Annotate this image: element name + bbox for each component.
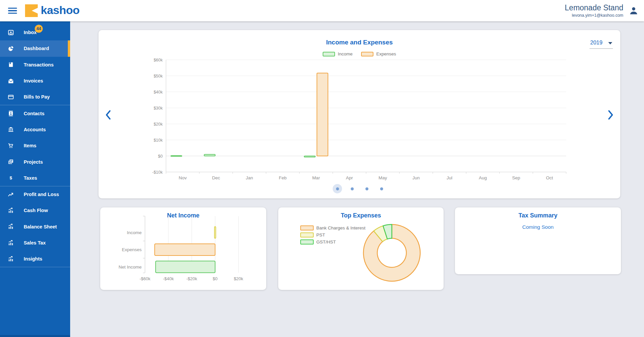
sidebar-item-label: Items	[24, 143, 36, 148]
dropdown-arrow-icon	[608, 42, 612, 44]
svg-text:$20k: $20k	[234, 276, 244, 281]
sidebar-nav: Inbox44DashboardTransactionsInvoicesBill…	[0, 21, 70, 337]
expenses-bar-mar[interactable]	[317, 73, 328, 156]
contacts-icon	[7, 110, 14, 117]
sidebar-item-contacts[interactable]: Contacts	[0, 105, 70, 121]
sidebar-item-inbox[interactable]: Inbox44	[0, 24, 70, 40]
sidebar-item-label: Bills to Pay	[24, 94, 50, 100]
legend-row: GST/HST	[300, 239, 365, 244]
kashoo-logo-mark	[25, 4, 38, 17]
income-expenses-card: Income and Expenses 2019 IncomeExpenses …	[99, 30, 620, 198]
sidebar-item-cash-flow[interactable]: Cash Flow	[0, 202, 70, 218]
header-account-area: Lemonade Stand levona.yim+1@kashoo.com	[565, 4, 644, 18]
svg-text:Expenses: Expenses	[122, 247, 142, 252]
legend-row: Bank Charges & Interest	[300, 225, 365, 230]
top-header: kashoo Lemonade Stand levona.yim+1@kasho…	[0, 0, 644, 21]
legend-label: GST/HST	[316, 239, 336, 244]
sidebar-item-label: Insights	[24, 256, 42, 262]
svg-text:Nov: Nov	[179, 175, 187, 180]
expenses-hbar[interactable]	[155, 244, 215, 256]
sidebar-item-projects[interactable]: Projects	[0, 154, 70, 170]
income-hbar[interactable]	[214, 227, 216, 238]
main-content: Income and Expenses 2019 IncomeExpenses …	[70, 21, 644, 337]
sidebar-item-balance-sheet[interactable]: Balance Sheet	[0, 219, 70, 235]
carousel-dot-1[interactable]	[333, 184, 342, 193]
top-expenses-title: Top Expenses	[278, 212, 444, 219]
sidebar-item-taxes[interactable]: $Taxes	[0, 170, 70, 186]
svg-text:Mar: Mar	[312, 175, 320, 180]
carousel-dot-4[interactable]	[377, 184, 386, 193]
accounts-icon	[7, 126, 14, 133]
svg-text:-$20k: -$20k	[186, 276, 197, 281]
dot-icon	[365, 187, 368, 190]
svg-text:$50k: $50k	[154, 74, 163, 78]
income-bar-nov[interactable]	[171, 156, 182, 156]
tax-summary-card: Tax Summary Coming Soon	[455, 207, 621, 274]
sidebar-item-transactions[interactable]: Transactions	[0, 57, 70, 73]
sidebar-item-label: Invoices	[24, 78, 43, 83]
company-name[interactable]: Lemonade Stand	[565, 4, 623, 12]
net-income-card: Net Income -$60k-$40k-$20k$0$20kIncomeEx…	[100, 207, 266, 290]
barchart-icon	[7, 256, 14, 262]
svg-text:Oct: Oct	[546, 175, 553, 180]
svg-text:Apr: Apr	[346, 175, 353, 180]
income-bar-mar[interactable]	[304, 156, 315, 157]
inbox-badge: 44	[35, 25, 43, 33]
svg-text:$30k: $30k	[154, 106, 163, 111]
svg-text:Jan: Jan	[246, 175, 253, 180]
svg-text:$0: $0	[213, 276, 217, 281]
gst-hst-swatch	[300, 239, 314, 244]
top-expenses-legend: Bank Charges & InterestPSTGST/HST	[300, 225, 365, 246]
user-avatar-icon[interactable]	[628, 5, 639, 16]
income-expenses-chart: $60k$50k$40k$30k$20k$10k$0-$10kNovDecJan…	[144, 53, 569, 187]
bank-charges-interest-swatch	[300, 225, 314, 230]
top-expenses-card: Top Expenses Bank Charges & InterestPSTG…	[278, 207, 444, 290]
sidebar-item-label: Dashboard	[24, 46, 49, 51]
sidebar-item-insights[interactable]: Insights	[0, 251, 70, 267]
barchart-icon	[7, 240, 14, 246]
dot-icon	[351, 187, 354, 190]
svg-text:Net Income: Net Income	[119, 265, 142, 270]
sidebar-item-profit-and-loss[interactable]: Profit and Loss	[0, 186, 70, 202]
barchart-icon	[7, 207, 14, 214]
kashoo-wordmark: kashoo	[41, 4, 79, 17]
sidebar-item-invoices[interactable]: Invoices	[0, 73, 70, 89]
svg-text:Income: Income	[127, 230, 142, 235]
sidebar-item-accounts[interactable]: Accounts	[0, 122, 70, 138]
svg-text:$: $	[9, 175, 12, 180]
kashoo-logo[interactable]: kashoo	[25, 4, 79, 17]
sidebar-item-label: Taxes	[24, 175, 37, 181]
carousel-dots	[99, 184, 620, 193]
invoices-icon	[7, 78, 14, 84]
carousel-dot-2[interactable]	[347, 184, 357, 193]
inbox-icon	[7, 29, 14, 36]
svg-text:Feb: Feb	[279, 175, 287, 180]
sidebar-item-dashboard[interactable]: Dashboard	[0, 40, 70, 56]
sidebar-item-items[interactable]: Items	[0, 138, 70, 154]
sidebar-item-label: Contacts	[24, 111, 44, 116]
dot-icon	[336, 187, 339, 190]
svg-text:-$10k: -$10k	[152, 170, 163, 175]
svg-text:Aug: Aug	[479, 175, 487, 180]
menu-icon[interactable]	[8, 6, 17, 15]
net-income-chart: -$60k-$40k-$20k$0$20kIncomeExpensesNet I…	[100, 214, 264, 285]
bills-icon	[7, 94, 14, 100]
income-bar-dec[interactable]	[204, 154, 215, 156]
net-income-hbar[interactable]	[156, 261, 215, 273]
legend-row: PST	[300, 232, 365, 237]
trend-icon	[7, 191, 14, 198]
sidebar-item-label: Inbox	[24, 30, 37, 35]
svg-text:May: May	[378, 175, 387, 180]
items-icon	[7, 143, 14, 149]
projects-icon	[7, 159, 14, 165]
dot-icon	[380, 187, 383, 190]
sidebar-item-bills-to-pay[interactable]: Bills to Pay	[0, 89, 70, 105]
svg-text:Jul: Jul	[447, 175, 452, 180]
carousel-next-button[interactable]	[607, 109, 614, 122]
income-expenses-title: Income and Expenses	[99, 39, 620, 46]
year-select[interactable]: 2019	[590, 39, 613, 49]
carousel-prev-button[interactable]	[105, 109, 112, 122]
sidebar-item-sales-tax[interactable]: Sales Tax	[0, 235, 70, 251]
svg-text:$10k: $10k	[154, 138, 163, 143]
carousel-dot-3[interactable]	[362, 184, 371, 193]
